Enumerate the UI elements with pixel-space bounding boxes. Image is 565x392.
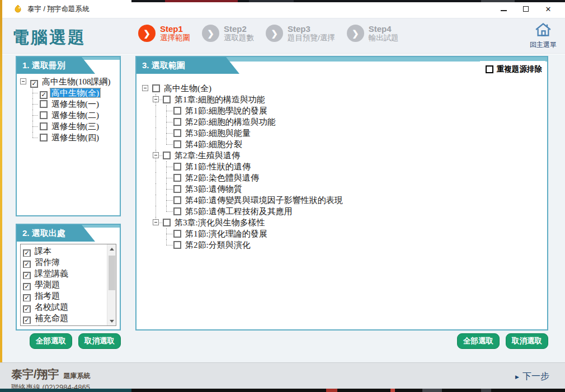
tree-item-label[interactable]: 高中生物(108課綱) <box>41 77 112 86</box>
checkbox[interactable]: ✓ <box>23 272 31 279</box>
maximize-button[interactable] <box>515 2 537 16</box>
checkbox[interactable] <box>40 111 48 119</box>
source-list-item[interactable]: ✓補充命題 <box>23 313 106 324</box>
step-1[interactable]: ❯ Step1 選擇範圍 <box>138 24 190 42</box>
checkbox[interactable]: ✓ <box>23 261 31 268</box>
tree-item[interactable]: 第2節:細胞的構造與功能 <box>136 116 547 127</box>
tree-item-label[interactable]: 第1節:演化理論的發展 <box>184 229 269 238</box>
checkbox[interactable] <box>152 84 160 92</box>
tree-item-label[interactable]: 第2節:染色體與遺傳 <box>184 173 260 182</box>
source-item-label[interactable]: 學測題 <box>34 280 61 289</box>
checkbox[interactable]: ✓ <box>23 317 31 324</box>
tree-item-label[interactable]: 第2節:分類與演化 <box>184 240 252 249</box>
tree-item-label[interactable]: 第4節:細胞分裂 <box>184 140 243 149</box>
checkbox[interactable] <box>40 100 48 108</box>
tree-expand-toggle[interactable] <box>142 85 148 91</box>
tree-item-label[interactable]: 第2章:生殖與遺傳 <box>173 151 241 160</box>
checkbox[interactable] <box>173 185 181 193</box>
checkbox[interactable]: ✓ <box>23 294 31 301</box>
source-list-item[interactable]: ✓習作簿 <box>23 257 106 268</box>
scrollbar-thumb[interactable] <box>109 256 115 290</box>
checkbox[interactable] <box>173 230 181 238</box>
source-list-item[interactable]: ✓生物說圖 <box>23 324 106 326</box>
source-list-item[interactable]: ✓學測題 <box>23 279 106 290</box>
select-all-sources-button[interactable]: 全部選取 <box>30 333 72 349</box>
close-button[interactable]: ✕ <box>537 2 559 16</box>
next-step-button[interactable]: ▶ 下一步 <box>515 371 549 382</box>
checkbox[interactable]: ✓ <box>30 80 38 88</box>
dedupe-checkbox[interactable] <box>486 65 493 73</box>
tree-item-label[interactable]: 第1章:細胞的構造與功能 <box>173 95 266 104</box>
tree-item-label[interactable]: 選修生物(三) <box>50 122 100 131</box>
tree-expand-toggle[interactable] <box>153 152 159 158</box>
tree-item[interactable]: 第1節:性狀的遺傳 <box>136 161 547 172</box>
source-item-label[interactable]: 補充命題 <box>34 314 69 323</box>
checkbox[interactable] <box>163 96 171 103</box>
tree-item[interactable]: 選修生物(二) <box>17 110 120 121</box>
checkbox[interactable]: ✓ <box>23 305 31 313</box>
source-item-label[interactable]: 指考題 <box>34 291 61 300</box>
tree-expand-toggle[interactable] <box>153 96 159 102</box>
tree-item[interactable]: 第2節:染色體與遺傳 <box>136 172 547 183</box>
source-list-item[interactable]: ✓課堂講義 <box>23 268 106 279</box>
checkbox[interactable] <box>40 134 48 141</box>
checkbox[interactable]: ✓ <box>23 283 31 290</box>
checkbox[interactable] <box>173 241 181 249</box>
tree-item-label[interactable]: 高中生物(全) <box>50 88 100 97</box>
source-list-scrollbar[interactable] <box>107 244 116 325</box>
source-list-item[interactable]: ✓名校試題 <box>23 301 106 313</box>
scroll-down-button[interactable] <box>107 317 116 325</box>
duplicate-source-filter[interactable]: 重複題源排除 <box>480 61 545 78</box>
select-all-scope-button[interactable]: 全部選取 <box>457 333 500 349</box>
tree-item[interactable]: 第1節:演化理論的發展 <box>136 228 547 239</box>
checkbox[interactable] <box>173 140 181 148</box>
tree-expand-toggle[interactable] <box>20 78 26 84</box>
tree-item[interactable]: 第3節:遺傳物質 <box>136 183 547 195</box>
tree-item[interactable]: 第3節:細胞與能量 <box>136 127 547 139</box>
tree-item[interactable]: 第3章:演化與生物多樣性 <box>136 217 547 228</box>
source-item-label[interactable]: 習作簿 <box>34 258 61 267</box>
minimize-button[interactable] <box>492 2 515 16</box>
home-button[interactable]: 回主選單 <box>527 22 559 50</box>
step-4[interactable]: ❯ Step4 輸出試題 <box>347 24 399 42</box>
tree-item[interactable]: ✓高中生物(全) <box>17 87 120 98</box>
checkbox[interactable] <box>173 129 181 137</box>
step-3[interactable]: ❯ Step3 題目預覽/選擇 <box>266 24 335 42</box>
tree-item[interactable]: 第1章:細胞的構造與功能 <box>136 94 547 105</box>
tree-item[interactable]: 選修生物(四) <box>17 132 120 143</box>
source-item-label[interactable]: 名校試題 <box>34 303 69 311</box>
checkbox[interactable] <box>173 163 181 171</box>
tree-item-label[interactable]: 第4節:遺傳變異與環境因子影響性狀的表現 <box>184 196 344 205</box>
tree-item-label[interactable]: 第3章:演化與生物多樣性 <box>173 218 266 227</box>
tree-item-label[interactable]: 選修生物(一) <box>50 100 100 108</box>
tree-item-label[interactable]: 第2節:細胞的構造與功能 <box>184 117 277 126</box>
checkbox[interactable] <box>173 207 181 215</box>
step-2[interactable]: ❯ Step2 選取題數 <box>202 24 254 42</box>
checkbox[interactable] <box>173 118 181 126</box>
checkbox[interactable] <box>163 152 171 159</box>
checkbox[interactable] <box>163 219 171 226</box>
source-list-item[interactable]: ✓指考題 <box>23 290 106 301</box>
checkbox[interactable] <box>40 122 48 130</box>
deselect-all-sources-button[interactable]: 取消選取 <box>78 333 121 349</box>
checkbox[interactable]: ✓ <box>23 249 31 257</box>
tree-item-label[interactable]: 第1節:細胞學說的發展 <box>184 106 269 115</box>
tree-item[interactable]: 第4節:細胞分裂 <box>136 139 547 150</box>
checkbox[interactable]: ✓ <box>40 91 48 99</box>
tree-item-label[interactable]: 高中生物(全) <box>163 84 213 93</box>
tree-expand-toggle[interactable] <box>153 219 159 225</box>
checkbox[interactable] <box>173 107 181 115</box>
source-item-label[interactable]: 生物說圖 <box>34 325 69 326</box>
tree-item[interactable]: 第2節:分類與演化 <box>136 239 547 251</box>
tree-item-label[interactable]: 選修生物(二) <box>50 111 100 120</box>
tree-item[interactable]: 第1節:細胞學說的發展 <box>136 105 547 116</box>
tree-item[interactable]: 高中生物(全) <box>136 83 547 94</box>
tree-item[interactable]: 第2章:生殖與遺傳 <box>136 150 547 161</box>
checkbox[interactable] <box>173 174 181 182</box>
tree-item-label[interactable]: 第3節:遺傳物質 <box>184 185 243 193</box>
tree-item-label[interactable]: 第5節:遺傳工程技術及其應用 <box>184 207 294 216</box>
deselect-all-scope-button[interactable]: 取消選取 <box>506 333 548 349</box>
tree-item-label[interactable]: 選修生物(四) <box>50 133 100 142</box>
scroll-up-button[interactable] <box>107 244 116 253</box>
tree-item-label[interactable]: 第3節:細胞與能量 <box>184 129 252 138</box>
